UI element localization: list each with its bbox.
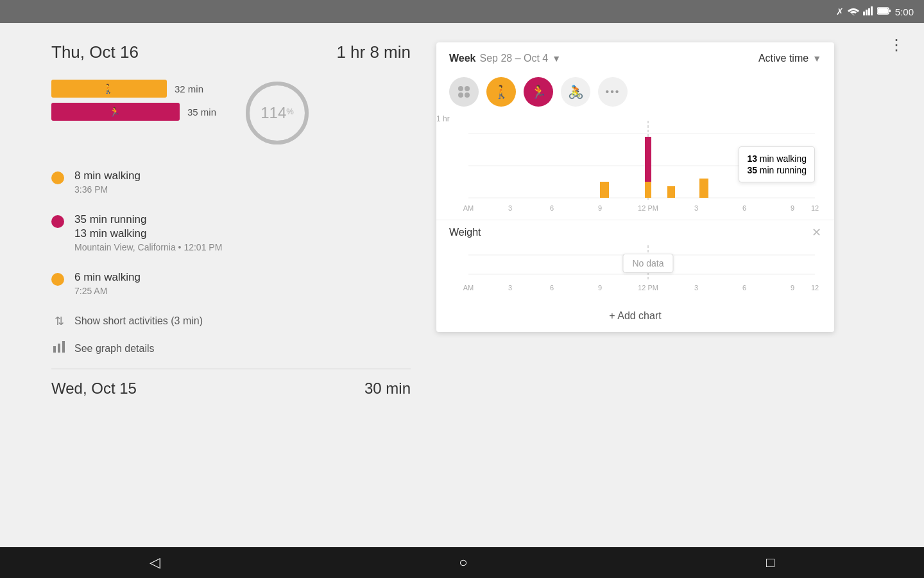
week-dropdown-icon: ▼ (552, 53, 561, 64)
svg-text:9: 9 (598, 204, 602, 212)
weight-section: Weight ✕ AM 3 6 9 (436, 220, 834, 300)
activity-text-1: 8 min walking 3:36 PM (74, 169, 141, 195)
activity-name-2a: 35 min running (74, 213, 222, 227)
no-data-label: No data (632, 258, 663, 268)
walking-duration: 32 min (175, 83, 203, 94)
see-graph-details-row[interactable]: See graph details (51, 341, 411, 356)
svg-text:12 PM: 12 PM (638, 284, 658, 292)
see-graph-details-label: See graph details (74, 343, 155, 355)
left-panel: Thu, Oct 16 1 hr 8 min 🚶 32 min 🏃 35 min (51, 42, 436, 534)
signal-icon (863, 6, 873, 17)
more-options-btn[interactable]: ⋮ (889, 36, 905, 54)
day-header: Thu, Oct 16 1 hr 8 min (51, 42, 411, 62)
svg-text:6: 6 (742, 284, 746, 292)
svg-rect-20 (600, 182, 609, 198)
svg-text:3: 3 (508, 284, 512, 292)
bike-btn[interactable]: 🚴 (561, 77, 590, 107)
svg-point-15 (465, 92, 470, 98)
show-short-activities-label: Show short activities (3 min) (74, 315, 203, 327)
tooltip-walking-text: min walking (757, 153, 807, 164)
show-short-activities-row[interactable]: ⇅ Show short activities (3 min) (51, 314, 411, 328)
run-btn[interactable]: 🏃 (524, 77, 553, 107)
metric-selector[interactable]: Active time ▼ (758, 53, 821, 64)
percent-sign: % (286, 107, 294, 116)
status-bar: ✗ 5:00 (0, 0, 924, 23)
svg-rect-10 (58, 344, 60, 353)
wed-title: Wed, Oct 15 (51, 380, 137, 398)
weight-close-btn[interactable]: ✕ (812, 225, 821, 240)
day-duration: 1 hr 8 min (336, 42, 411, 62)
recent-button[interactable]: □ (766, 554, 774, 571)
svg-point-14 (458, 92, 463, 98)
running-bar-row: 🏃 35 min (51, 103, 216, 121)
bike-btn-icon: 🚴 (568, 84, 584, 100)
weight-label: Weight (449, 227, 481, 238)
day-title: Thu, Oct 16 (51, 42, 139, 62)
chart-tooltip: 13 min walking 35 min running (739, 146, 815, 182)
add-chart-label: + Add chart (609, 310, 661, 321)
activity-item-3: 6 min walking 7:25 AM (51, 270, 411, 296)
battery-icon (877, 6, 891, 17)
expand-icon: ⇅ (51, 314, 67, 328)
svg-text:6: 6 (550, 204, 554, 212)
tooltip-walking-min: 13 (747, 153, 757, 164)
no-data-tooltip: No data (622, 254, 673, 273)
running-bar: 🏃 (51, 103, 180, 121)
svg-rect-9 (53, 346, 56, 353)
svg-rect-11 (62, 341, 65, 353)
bottom-actions: ⇅ Show short activities (3 min) See grap… (51, 314, 411, 356)
activity-text-2: 35 min running 13 min walking Mountain V… (74, 213, 222, 252)
tooltip-line-1: 13 min walking (747, 153, 807, 164)
activity-meta-2: Mountain View, California • 12:01 PM (74, 242, 222, 252)
activity-dot-orange-3 (51, 273, 64, 286)
metric-dropdown-icon: ▼ (812, 53, 821, 64)
right-panel: Week Sep 28 – Oct 4 ▼ Active time ▼ (436, 42, 898, 534)
metric-label: Active time (758, 53, 809, 64)
week-selector[interactable]: Week Sep 28 – Oct 4 ▼ (449, 53, 561, 64)
run-btn-icon: 🏃 (531, 84, 547, 100)
activity-name-2b: 13 min walking (74, 227, 222, 241)
svg-rect-2 (868, 8, 870, 15)
activity-meta-1: 3:36 PM (74, 184, 141, 195)
activity-item-2: 35 min running 13 min walking Mountain V… (51, 213, 411, 252)
status-icons: ✗ 5:00 (836, 6, 914, 17)
svg-text:12: 12 (811, 204, 819, 212)
activity-bars: 🚶 32 min 🏃 35 min (51, 80, 216, 126)
svg-point-13 (465, 86, 470, 91)
main-content: Thu, Oct 16 1 hr 8 min 🚶 32 min 🏃 35 min (0, 23, 924, 547)
svg-rect-24 (699, 179, 708, 198)
svg-text:AM: AM (463, 204, 474, 212)
svg-text:3: 3 (508, 204, 512, 212)
circle-percent-value: 114 (261, 104, 286, 121)
svg-text:3: 3 (694, 284, 698, 292)
svg-point-12 (458, 86, 463, 91)
time-display: 5:00 (895, 6, 914, 17)
svg-text:3: 3 (694, 204, 698, 212)
walk-btn[interactable]: 🚶 (486, 77, 516, 107)
week-label: Week (449, 53, 476, 64)
activity-name-3: 6 min walking (74, 270, 141, 285)
all-activities-btn[interactable] (449, 77, 479, 107)
back-button[interactable]: ◁ (150, 554, 160, 571)
activities-list: 8 min walking 3:36 PM 35 min running 13 … (51, 169, 411, 296)
svg-rect-22 (645, 182, 651, 198)
recent-icon: □ (766, 554, 774, 571)
walking-bar: 🚶 (51, 80, 167, 98)
walking-bar-row: 🚶 32 min (51, 80, 216, 98)
svg-rect-1 (866, 10, 868, 15)
run-icon: 🏃 (109, 107, 120, 117)
svg-rect-0 (863, 12, 865, 15)
activity-text-3: 6 min walking 7:25 AM (74, 270, 141, 296)
svg-rect-3 (871, 6, 873, 15)
add-chart-btn[interactable]: + Add chart (436, 300, 834, 332)
more-dots-icon: ••• (606, 86, 620, 98)
chart-card: Week Sep 28 – Oct 4 ▼ Active time ▼ (436, 42, 834, 332)
walk-btn-icon: 🚶 (493, 84, 509, 100)
running-duration: 35 min (187, 107, 216, 118)
tooltip-running-min: 35 (747, 165, 757, 175)
activity-meta-3: 7:25 AM (74, 286, 141, 296)
home-button[interactable]: ○ (459, 554, 467, 571)
svg-text:12: 12 (811, 284, 819, 292)
svg-text:6: 6 (742, 204, 746, 212)
more-activities-btn[interactable]: ••• (598, 77, 628, 107)
